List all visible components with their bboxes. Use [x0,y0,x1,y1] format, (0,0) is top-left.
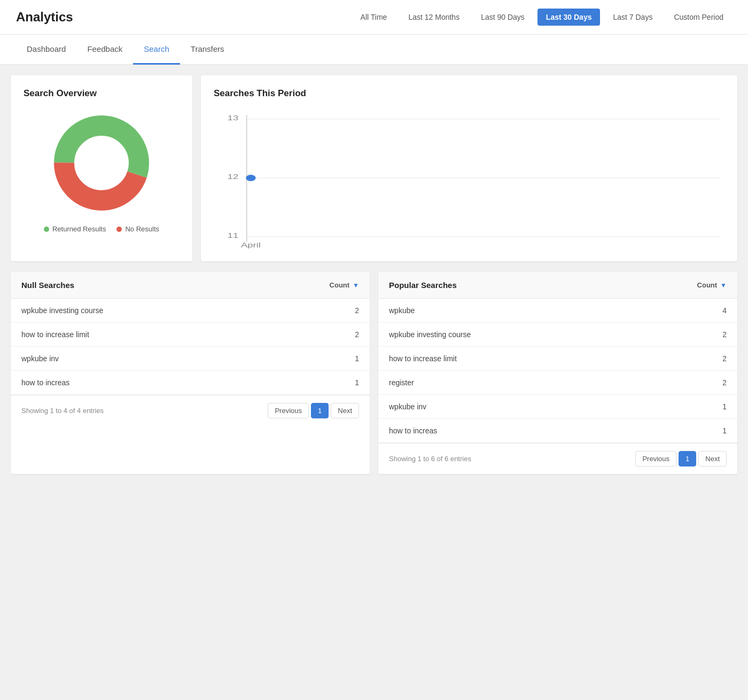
searches-chart-title: Searches This Period [214,88,724,99]
period-btn-last-90-days[interactable]: Last 90 Days [472,9,533,26]
popular-row-label-4: wpkube inv [389,402,426,411]
popular-searches-header: Popular Searches Count ▼ [378,272,737,299]
searches-chart-panel: Searches This Period 13 12 11 Apri [201,75,737,261]
main-content: Search Overview Returned Results [0,75,748,485]
chart-area: 13 12 11 April [214,110,724,248]
top-panels: Search Overview Returned Results [11,75,737,261]
table-row: wpkube investing course 2 [378,323,737,347]
tabs-bar: Dashboard Feedback Search Transfers [0,35,748,65]
data-point [246,175,256,181]
table-row: wpkube investing course 2 [11,299,370,323]
legend-returned-label: Returned Results [52,225,106,233]
legend-returned: Returned Results [44,225,106,233]
app-title: Analytics [16,10,73,25]
popular-searches-count-header: Count ▼ [697,281,727,289]
period-btn-custom-period[interactable]: Custom Period [665,9,732,26]
donut-container: Returned Results No Results [24,110,180,233]
popular-row-count-5: 1 [722,426,727,435]
table-row: register 2 [378,371,737,395]
null-row-count-1: 2 [355,330,359,339]
popular-row-label-5: how to increas [389,426,437,435]
popular-next-button[interactable]: Next [698,451,727,466]
top-bar: Analytics All Time Last 12 Months Last 9… [0,0,748,35]
legend-dot-returned [44,227,49,232]
popular-showing-text: Showing 1 to 6 of 6 entries [389,455,471,463]
null-row-label-3: how to increas [21,378,69,387]
popular-searches-footer: Showing 1 to 6 of 6 entries Previous 1 N… [378,443,737,474]
search-overview-panel: Search Overview Returned Results [11,75,192,261]
svg-text:13: 13 [228,114,239,121]
table-row: wpkube inv 1 [378,395,737,419]
null-searches-header: Null Searches Count ▼ [11,272,370,299]
null-row-label-0: wpkube investing course [21,306,103,315]
popular-page-1-button[interactable]: 1 [679,451,696,466]
donut-chart [48,110,155,216]
svg-text:11: 11 [228,232,239,239]
null-searches-title: Null Searches [21,281,74,290]
svg-point-2 [77,139,126,187]
legend-dot-no-results [116,227,122,232]
null-searches-footer: Showing 1 to 4 of 4 entries Previous 1 N… [11,395,370,426]
table-row: how to increase limit 2 [378,347,737,371]
popular-row-count-1: 2 [722,330,727,339]
period-btn-last-30-days[interactable]: Last 30 Days [537,9,601,26]
popular-searches-panel: Popular Searches Count ▼ wpkube 4 wpkube… [378,272,737,474]
bottom-panels: Null Searches Count ▼ wpkube investing c… [11,272,737,474]
null-showing-text: Showing 1 to 4 of 4 entries [21,407,104,415]
period-btn-all-time[interactable]: All Time [352,9,396,26]
legend-no-results-label: No Results [125,225,159,233]
popular-row-count-0: 4 [722,306,727,315]
table-row: how to increas 1 [378,419,737,443]
popular-row-count-3: 2 [722,378,727,387]
null-page-1-button[interactable]: 1 [311,403,329,418]
null-row-count-2: 1 [355,354,359,363]
tab-feedback[interactable]: Feedback [76,35,133,65]
popular-row-label-0: wpkube [389,306,415,315]
table-row: wpkube inv 1 [11,347,370,371]
popular-previous-button[interactable]: Previous [635,451,676,466]
table-row: how to increas 1 [11,371,370,395]
popular-row-label-3: register [389,378,414,387]
period-btn-last-7-days[interactable]: Last 7 Days [604,9,661,26]
popular-searches-title: Popular Searches [389,281,457,290]
popular-row-label-2: how to increase limit [389,354,457,363]
null-searches-count-label: Count [330,281,350,289]
null-row-label-2: wpkube inv [21,354,59,363]
null-row-count-3: 1 [355,378,359,387]
tab-transfers[interactable]: Transfers [180,35,235,65]
null-row-label-1: how to increase limit [21,330,89,339]
line-chart-svg: 13 12 11 April [214,110,724,248]
tab-dashboard[interactable]: Dashboard [16,35,76,65]
period-btn-last-12-months[interactable]: Last 12 Months [400,9,468,26]
null-searches-count-header: Count ▼ [330,281,359,289]
svg-text:April: April [241,242,261,248]
sort-icon-null[interactable]: ▼ [353,282,359,289]
table-row: wpkube 4 [378,299,737,323]
popular-row-count-4: 1 [722,402,727,411]
sort-icon-popular[interactable]: ▼ [720,282,727,289]
legend-no-results: No Results [116,225,159,233]
popular-pagination: Previous 1 Next [635,451,727,466]
tab-search[interactable]: Search [133,35,180,65]
null-pagination: Previous 1 Next [268,403,359,418]
period-nav: All Time Last 12 Months Last 90 Days Las… [352,9,732,26]
null-row-count-0: 2 [355,306,359,315]
search-overview-title: Search Overview [24,88,180,99]
null-previous-button[interactable]: Previous [268,403,309,418]
svg-text:12: 12 [228,173,239,180]
popular-row-count-2: 2 [722,354,727,363]
donut-legend: Returned Results No Results [44,225,159,233]
popular-row-label-1: wpkube investing course [389,330,471,339]
null-next-button[interactable]: Next [331,403,359,418]
table-row: how to increase limit 2 [11,323,370,347]
null-searches-panel: Null Searches Count ▼ wpkube investing c… [11,272,370,474]
popular-searches-count-label: Count [697,281,718,289]
